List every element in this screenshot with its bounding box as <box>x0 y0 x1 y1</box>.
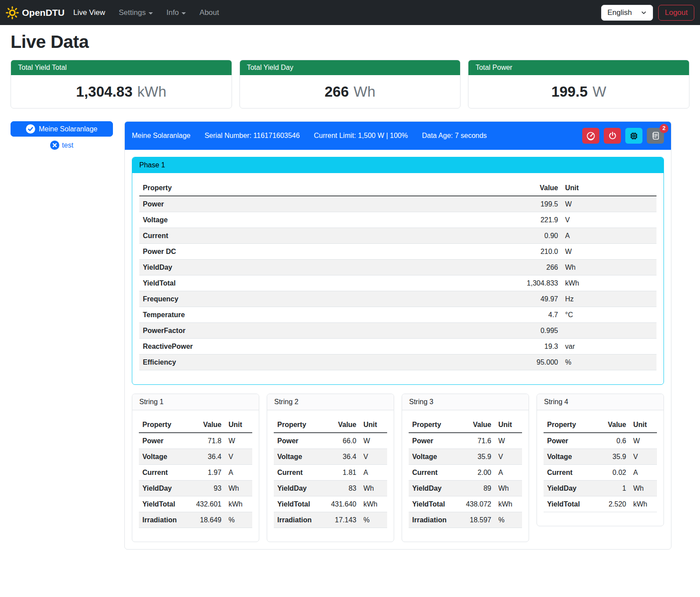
property-cell: YieldDay <box>544 481 589 496</box>
unit-cell: Wh <box>630 481 657 496</box>
property-cell: Temperature <box>139 307 491 323</box>
language-select[interactable]: English <box>601 5 653 21</box>
string-table-body: Power71.8WVoltage36.4VCurrent1.97AYieldD… <box>139 433 252 528</box>
check-circle-icon <box>26 124 35 134</box>
inverter-selector: Meine Solaranlage test <box>11 121 113 150</box>
column-header-property: Property <box>139 417 185 433</box>
property-cell: Frequency <box>139 291 491 307</box>
property-cell: Current <box>544 465 589 481</box>
property-cell: YieldTotal <box>139 496 185 512</box>
nav-item-about[interactable]: About <box>196 5 222 21</box>
power-button[interactable] <box>604 128 621 144</box>
inverter-name: Meine Solaranlage <box>132 132 190 140</box>
column-header-unit: Unit <box>225 417 252 433</box>
column-header-unit: Unit <box>630 417 657 433</box>
limit-settings-button[interactable] <box>582 128 599 144</box>
phase-table-body: Power199.5WVoltage221.9VCurrent0.90APowe… <box>139 196 656 370</box>
language-value: English <box>607 8 632 17</box>
table-row: Voltage35.9V <box>544 449 657 465</box>
summary-card-total-yield-total: Total Yield Total 1,304.83 kWh <box>11 60 232 109</box>
property-cell: YieldTotal <box>409 496 454 512</box>
property-cell: Current <box>274 465 319 481</box>
table-header-row: Property Value Unit <box>544 417 657 433</box>
value-cell: 432.601 <box>185 496 225 512</box>
value-cell: 83 <box>319 481 360 496</box>
property-cell: Power <box>274 433 319 449</box>
unit-cell: W <box>562 196 656 212</box>
table-row: YieldTotal438.072kWh <box>409 496 522 512</box>
table-row: YieldDay83Wh <box>274 481 387 496</box>
table-row: YieldDay1Wh <box>544 481 657 496</box>
unit-cell: Wh <box>225 481 252 496</box>
page-title: Live Data <box>11 32 689 52</box>
value-cell: 438.072 <box>454 496 495 512</box>
caret-down-icon <box>149 12 153 14</box>
table-row: Power0.6W <box>544 433 657 449</box>
string-card-2: String 2 Property Value Unit <box>267 394 394 542</box>
table-row: Efficiency95.000% <box>139 355 656 370</box>
property-cell: YieldDay <box>139 481 185 496</box>
inverter-item-test[interactable]: test <box>11 141 113 150</box>
column-header-property: Property <box>274 417 319 433</box>
value-cell: 95.000 <box>491 355 562 370</box>
string-card-title: String 1 <box>132 394 259 410</box>
value-cell: 1.81 <box>319 465 360 481</box>
unit-cell: W <box>630 433 657 449</box>
strings-row: String 1 Property Value Unit <box>132 394 664 542</box>
table-row: Current2.00A <box>409 465 522 481</box>
nav-item-live-view[interactable]: Live View <box>70 5 109 21</box>
summary-card-title: Total Yield Day <box>240 60 461 75</box>
inverter-button-selected[interactable]: Meine Solaranlage <box>11 121 113 137</box>
unit-cell: Hz <box>562 291 656 307</box>
nav-item-settings[interactable]: Settings <box>115 5 156 21</box>
value-cell: 18.597 <box>454 512 495 528</box>
summary-card-title: Total Power <box>468 60 689 75</box>
nav-item-label: Live View <box>73 8 105 17</box>
value-cell: 36.4 <box>185 449 225 465</box>
caret-down-icon <box>181 12 186 14</box>
cpu-icon <box>629 131 638 141</box>
property-cell: YieldDay <box>409 481 454 496</box>
string-table-body: Power71.6WVoltage35.9VCurrent2.00AYieldD… <box>409 433 522 528</box>
property-cell: Voltage <box>139 449 185 465</box>
inverter-card: Meine Solaranlage Serial Number: 1161716… <box>124 121 671 550</box>
chevron-down-icon <box>641 10 647 16</box>
logout-button[interactable]: Logout <box>658 5 694 21</box>
unit-cell: W <box>360 433 387 449</box>
column-header-value: Value <box>185 417 225 433</box>
value-cell: 35.9 <box>589 449 630 465</box>
property-cell: YieldDay <box>139 260 491 275</box>
summary-cards-row: Total Yield Total 1,304.83 kWh Total Yie… <box>11 60 689 109</box>
table-row: Current1.81A <box>274 465 387 481</box>
table-row: Voltage36.4V <box>139 449 252 465</box>
nav-item-label: Settings <box>119 8 145 17</box>
property-cell: Current <box>139 228 491 244</box>
table-row: Voltage36.4V <box>274 449 387 465</box>
power-icon <box>608 131 617 140</box>
unit-cell: V <box>562 212 656 228</box>
brand[interactable]: OpenDTU <box>6 6 65 19</box>
string-card-1: String 1 Property Value Unit <box>132 394 259 542</box>
value-cell: 19.3 <box>491 339 562 355</box>
unit-cell: kWh <box>360 496 387 512</box>
x-circle-icon <box>50 141 59 150</box>
value-cell: 17.143 <box>319 512 360 528</box>
property-cell: YieldTotal <box>139 275 491 291</box>
nav-item-info[interactable]: Info <box>163 5 189 21</box>
unit-cell: A <box>360 465 387 481</box>
table-row: Power71.6W <box>409 433 522 449</box>
column-header-property: Property <box>409 417 454 433</box>
value-cell: 71.8 <box>185 433 225 449</box>
table-row: Frequency49.97Hz <box>139 291 656 307</box>
string-table-body: Power0.6WVoltage35.9VCurrent0.02AYieldDa… <box>544 433 657 512</box>
property-cell: Irradiation <box>409 512 454 528</box>
event-log-button[interactable]: 2 <box>647 128 664 144</box>
brand-label: OpenDTU <box>22 7 65 18</box>
table-row: Current0.90A <box>139 228 656 244</box>
table-row: ReactivePower19.3var <box>139 339 656 355</box>
unit-cell: % <box>562 355 656 370</box>
table-row: Irradiation18.597% <box>409 512 522 528</box>
device-info-button[interactable] <box>625 128 642 144</box>
property-cell: PowerFactor <box>139 323 491 339</box>
property-cell: YieldDay <box>274 481 319 496</box>
